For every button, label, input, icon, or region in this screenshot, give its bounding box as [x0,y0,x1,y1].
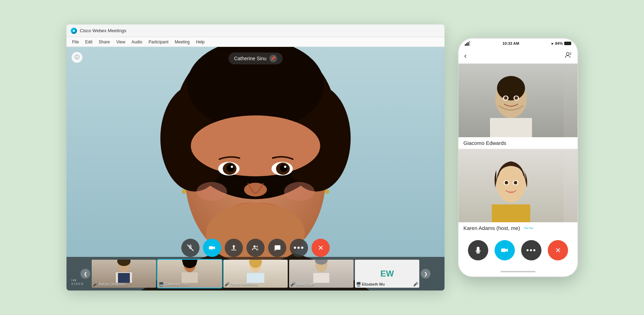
menu-participant[interactable]: Participant [146,38,172,46]
menu-meeting[interactable]: Meeting [172,38,192,46]
participant-thumb-sherry[interactable]: 🎤 Sherry McKenna [223,260,288,288]
desktop-app: Cisco Webex Meetings File Edit Share Vie… [66,24,444,290]
share-button[interactable] [225,239,243,257]
svg-rect-45 [73,279,74,281]
svg-point-18 [284,166,287,168]
phone-name-giacomo: Giacomo Edwards [458,137,578,149]
phone-back-button[interactable]: ‹ [464,51,467,61]
cisco-branding: cisco [71,279,89,288]
menu-view[interactable]: View [113,38,128,46]
svg-point-20 [196,182,227,201]
phone-video-karen [458,149,578,222]
home-indicator [500,271,536,272]
svg-point-15 [226,164,234,172]
signal-icon [465,41,470,46]
menu-share[interactable]: Share [96,38,113,46]
phone-more-button[interactable]: ••• [521,240,541,260]
phone-contact-list-icon[interactable] [564,51,572,61]
status-right: ▸ 84% [552,41,571,46]
svg-text:cisco: cisco [71,282,84,286]
svg-rect-53 [490,118,532,137]
strip-next-button[interactable]: ❯ [421,269,430,279]
svg-point-63 [505,181,508,184]
info-button[interactable]: ⓘ [71,52,83,63]
participant-thumb-catherine[interactable]: 🖥️ Catherine Sinu [158,260,222,288]
svg-point-16 [280,164,288,172]
info-icon: ⓘ [75,54,79,61]
svg-rect-42 [313,273,329,283]
svg-rect-39 [247,273,264,283]
status-time: 10:33 AM [503,41,519,46]
svg-rect-27 [231,250,237,251]
mic-icon-adrian: 🎤 [93,282,98,286]
phone-mute-button[interactable] [468,240,488,260]
svg-point-59 [496,166,526,202]
menu-edit[interactable]: Edit [82,38,95,46]
phone-content: Giacomo Edwards [458,64,578,267]
battery-level: 84% [555,41,563,46]
speaker-label: Catherine Sinu 📌 [229,52,283,64]
svg-point-56 [504,96,507,100]
pin-icon[interactable]: 📌 [269,55,277,62]
menu-file[interactable]: File [69,38,82,46]
speaking-wave-icon: 〜〜 [524,225,533,231]
svg-rect-60 [492,204,530,222]
more-button[interactable]: ••• [290,239,308,257]
speaker-name: Catherine Sinu [234,56,267,61]
svg-point-28 [253,245,255,247]
meeting-area: ⓘ Catherine Sinu 📌 [66,47,444,290]
svg-point-22 [182,189,186,194]
svg-rect-33 [118,273,130,283]
wifi-icon: ▸ [552,41,554,46]
strip-prev-button[interactable]: ❮ [80,269,90,279]
svg-rect-65 [501,248,506,252]
phone-home-bar [458,267,578,276]
svg-point-29 [256,246,258,247]
svg-point-17 [231,166,233,168]
svg-rect-44 [71,279,72,281]
mic-icon-sherry: 🎤 [225,282,229,286]
participant-name-sherry: 🎤 Sherry McKenna [225,282,286,286]
mute-button[interactable] [181,239,200,257]
svg-point-19 [244,183,267,196]
participant-thumb-adrian[interactable]: 🎤 Adrian Delamico [92,260,156,288]
svg-rect-46 [75,279,76,281]
menu-bar: File Edit Share View Audio Participant M… [66,37,444,47]
phone-video-button[interactable] [495,240,515,260]
svg-point-23 [325,189,329,194]
battery-icon [564,42,571,45]
svg-point-10 [191,115,320,176]
main-scene: Cisco Webex Meetings File Edit Share Vie… [66,24,578,290]
cisco-logo-icon [71,28,77,34]
phone-frame: 10:33 AM ▸ 84% ‹ [458,38,578,276]
participants-strip: ❮ 🎤 Adrian Delamico [66,257,444,290]
title-bar: Cisco Webex Meetings [66,24,444,37]
participants-button[interactable] [246,239,265,257]
participant-name-david: 🎤 David Liam [290,282,352,286]
participant-name-elizabeth: 🖥️ Elizabeth Wu 🎤 [356,282,418,286]
control-bar: ••• ✕ [181,239,330,257]
phone-end-button[interactable]: ✕ [548,240,568,260]
elizabeth-initials: EW [380,269,394,279]
svg-point-21 [284,182,315,201]
mic-muted-elizabeth: 🎤 [413,282,418,286]
mobile-phone: 10:33 AM ▸ 84% ‹ [458,38,578,276]
video-button[interactable] [203,239,221,257]
participant-name-adrian: 🎤 Adrian Delamico [93,282,155,286]
app-title: Cisco Webex Meetings [80,28,126,33]
mic-icon-david: 🎤 [290,282,295,286]
end-call-button[interactable]: ✕ [312,239,330,257]
svg-point-47 [566,52,569,55]
menu-help[interactable]: Help [193,38,208,46]
phone-name-karen: Karen Adams (host, me) 〜〜 [458,222,578,234]
screen-icon-elizabeth: 🖥️ [356,282,361,286]
phone-video-giacomo [458,64,578,137]
phone-controls: ••• ✕ [458,234,578,266]
participant-thumb-david[interactable]: 🎤 David Liam [289,260,354,288]
participant-thumb-elizabeth[interactable]: EW 🖥️ Elizabeth Wu 🎤 [355,260,419,288]
svg-point-57 [514,96,518,100]
chat-button[interactable] [268,239,286,257]
screen-icon-catherine: 🖥️ [159,282,163,286]
menu-audio[interactable]: Audio [129,38,145,46]
svg-point-64 [514,181,517,184]
